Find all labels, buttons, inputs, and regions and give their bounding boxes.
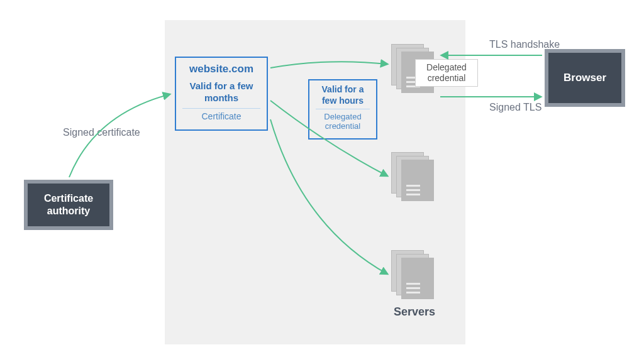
certificate-domain: website.com <box>180 63 263 75</box>
server-icon <box>391 152 436 204</box>
signed-certificate-label: Signed certificate <box>63 127 140 138</box>
browser-box: Browser <box>545 49 625 107</box>
delegated-validity: Valid for a few hours <box>313 84 372 106</box>
certificate-box: website.com Valid for a few months Certi… <box>175 57 268 131</box>
diagram-canvas: Certificate authority Browser website.co… <box>0 0 644 362</box>
signed-tls-label: Signed TLS <box>489 102 541 113</box>
certificate-validity: Valid for a few months <box>180 80 263 104</box>
delegated-caption: Delegated credential <box>313 112 372 131</box>
delegated-credential-box: Valid for a few hours Delegated credenti… <box>308 79 377 140</box>
delegated-credential-label: Delegated credential <box>419 62 474 84</box>
server-icon <box>391 250 436 302</box>
browser-label: Browser <box>564 72 606 84</box>
servers-heading: Servers <box>394 305 435 319</box>
tls-handshake-label: TLS handshake <box>489 39 560 50</box>
certificate-caption: Certificate <box>180 111 263 121</box>
certificate-authority-box: Certificate authority <box>24 180 113 230</box>
delegated-credential-label-box: Delegated credential <box>415 59 478 87</box>
certificate-authority-label: Certificate authority <box>28 192 109 217</box>
